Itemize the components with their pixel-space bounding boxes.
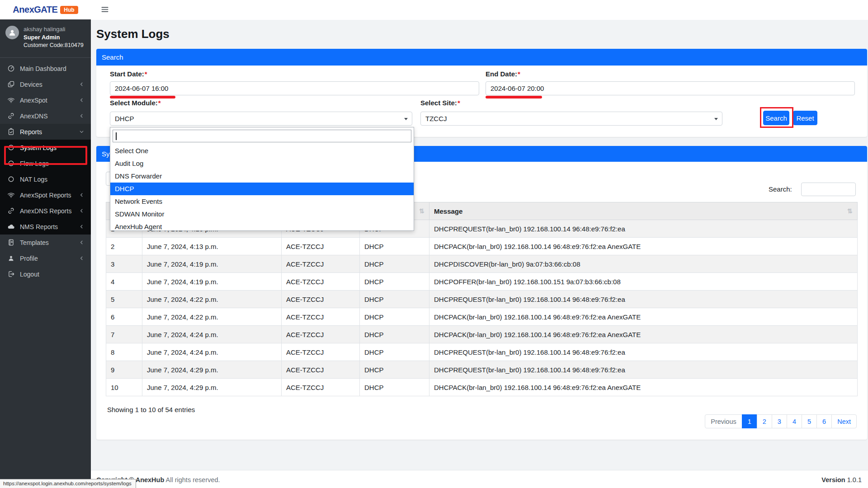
end-date-input[interactable] bbox=[486, 81, 855, 95]
table-search-label: Search: bbox=[769, 185, 792, 193]
chevron-left-icon bbox=[79, 208, 85, 214]
wifi-icon bbox=[7, 96, 15, 104]
select-module-label: Select Module:* bbox=[110, 99, 161, 107]
sidebar-item-profile[interactable]: Profile bbox=[0, 250, 91, 266]
dropdown-option-network-events[interactable]: Network Events bbox=[110, 195, 414, 208]
sidebar-item-label: Reports bbox=[20, 128, 42, 136]
sidebar-item-label: AnexDNS Reports bbox=[20, 207, 71, 215]
sidebar-item-anexspot-reports[interactable]: AnexSpot Reports bbox=[0, 187, 91, 203]
sidebar-item-label: Devices bbox=[20, 81, 42, 88]
pagination-page-2[interactable]: 2 bbox=[757, 414, 772, 428]
avatar bbox=[5, 26, 19, 39]
user-name: akshay halingali bbox=[24, 26, 84, 33]
sidebar-item-anexspot[interactable]: AnexSpot bbox=[0, 92, 91, 108]
topbar bbox=[91, 0, 868, 20]
app-window: AnexGATE Hub akshay halingali Super Admi… bbox=[0, 0, 868, 488]
devices-icon bbox=[7, 80, 15, 88]
sidebar-item-nms-reports[interactable]: NMS Reports bbox=[0, 219, 91, 235]
sidebar-menu: Main Dashboard Devices AnexSpot AnexDNS … bbox=[0, 57, 91, 282]
sidebar-item-label: Profile bbox=[20, 255, 38, 262]
logs-table: #⇅ Time⇅ Site⇅ Module⇅ Message⇅ 1June 7,… bbox=[106, 202, 858, 396]
sidebar-item-label: NAT Logs bbox=[20, 176, 47, 183]
dropdown-option-dns-forwarder[interactable]: DNS Forwarder bbox=[110, 170, 414, 183]
sidebar-item-label: AnexSpot bbox=[20, 97, 47, 104]
annotation-underline-start-date bbox=[110, 96, 175, 99]
chevron-left-icon bbox=[79, 81, 85, 87]
sidebar-item-main-dashboard[interactable]: Main Dashboard bbox=[0, 61, 91, 76]
table-row: 10June 7, 2024, 4:29 p.m.ACE-TZCCJDHCPDH… bbox=[106, 379, 858, 396]
sidebar-item-logout[interactable]: Logout bbox=[0, 266, 91, 282]
dropdown-option-dhcp[interactable]: DHCP bbox=[110, 183, 414, 195]
annotation-underline-end-date bbox=[486, 96, 542, 99]
search-panel-header: Search bbox=[96, 49, 867, 66]
sidebar-item-anexdns-reports[interactable]: AnexDNS Reports bbox=[0, 203, 91, 219]
dropdown-option-anexhub-agent[interactable]: AnexHub Agent bbox=[110, 221, 414, 231]
dropdown-option-audit-log[interactable]: Audit Log bbox=[110, 157, 414, 170]
sidebar-item-label: Logout bbox=[20, 271, 39, 278]
dashboard-icon bbox=[7, 65, 15, 72]
pagination-page-5[interactable]: 5 bbox=[802, 414, 817, 428]
sidebar-item-reports[interactable]: Reports bbox=[0, 124, 91, 140]
dropdown-option-select-one[interactable]: Select One bbox=[110, 145, 414, 157]
footer-version: Version 1.0.1 bbox=[821, 476, 862, 483]
wifi-icon bbox=[7, 191, 15, 199]
chevron-left-icon bbox=[79, 192, 85, 198]
end-date-label: End Date:* bbox=[486, 70, 520, 78]
table-row: 5June 7, 2024, 4:22 p.m.ACE-TZCCJDHCPDHC… bbox=[106, 291, 858, 308]
sort-icon[interactable]: ⇅ bbox=[419, 207, 425, 215]
text-cursor bbox=[116, 132, 117, 140]
person-icon bbox=[7, 254, 15, 262]
brand-badge: Hub bbox=[60, 6, 78, 14]
cloud-icon bbox=[7, 223, 15, 230]
sidebar-item-label: Templates bbox=[20, 239, 49, 246]
start-date-label: Start Date:* bbox=[110, 70, 147, 78]
col-header-message[interactable]: Message⇅ bbox=[429, 202, 858, 220]
table-summary: Showing 1 to 10 of 54 entries bbox=[107, 406, 195, 413]
pagination-page-1[interactable]: 1 bbox=[742, 414, 757, 428]
table-row: 9June 7, 2024, 4:29 p.m.ACE-TZCCJDHCPDHC… bbox=[106, 361, 858, 379]
pagination-page-6[interactable]: 6 bbox=[816, 414, 832, 428]
user-customer-code: Customer Code:810479 bbox=[24, 42, 84, 48]
pagination-page-4[interactable]: 4 bbox=[787, 414, 802, 428]
sidebar-item-system-logs[interactable]: System Logs bbox=[0, 140, 91, 155]
table-row: 3June 7, 2024, 4:19 p.m.ACE-TZCCJDHCPDHC… bbox=[106, 255, 858, 273]
pagination: Previous 1 2 3 4 5 6 Next bbox=[705, 414, 857, 428]
circle-icon bbox=[7, 144, 15, 151]
chevron-left-icon bbox=[79, 113, 85, 119]
table-row: 7June 7, 2024, 4:24 p.m.ACE-TZCCJDHCPDHC… bbox=[106, 326, 858, 343]
chevron-left-icon bbox=[79, 97, 85, 103]
brand-name: AnexGATE bbox=[13, 5, 57, 15]
select-site-label: Select Site:* bbox=[420, 99, 460, 107]
logout-icon bbox=[7, 270, 15, 278]
pagination-next[interactable]: Next bbox=[831, 414, 857, 428]
page-title: System Logs bbox=[96, 27, 170, 41]
sidebar-item-flow-logs[interactable]: Flow Logs bbox=[0, 155, 91, 171]
site-select[interactable]: TZCCJ bbox=[420, 112, 722, 126]
sidebar-item-label: AnexDNS bbox=[20, 113, 47, 120]
search-button[interactable]: Search bbox=[763, 111, 789, 125]
sidebar-item-label: Flow Logs bbox=[20, 160, 49, 167]
reset-button[interactable]: Reset bbox=[793, 111, 817, 125]
pagination-previous[interactable]: Previous bbox=[705, 414, 742, 428]
sort-icon[interactable]: ⇅ bbox=[847, 207, 853, 215]
sidebar-item-nat-logs[interactable]: NAT Logs bbox=[0, 171, 91, 187]
sidebar-item-anexdns[interactable]: AnexDNS bbox=[0, 108, 91, 124]
brand-logo[interactable]: AnexGATE Hub bbox=[0, 0, 91, 19]
user-role: Super Admin bbox=[24, 34, 84, 41]
chevron-left-icon bbox=[79, 239, 85, 245]
table-row: 6June 7, 2024, 4:22 p.m.ACE-TZCCJDHCPDHC… bbox=[106, 308, 858, 326]
start-date-input[interactable] bbox=[110, 81, 479, 95]
dropdown-option-sdwan-monitor[interactable]: SDWAN Monitor bbox=[110, 208, 414, 221]
link-icon bbox=[7, 112, 15, 120]
table-row: 4June 7, 2024, 4:19 p.m.ACE-TZCCJDHCPDHC… bbox=[106, 273, 858, 291]
sidebar-item-devices[interactable]: Devices bbox=[0, 76, 91, 92]
table-row: 2June 7, 2024, 4:13 p.m.ACE-TZCCJDHCPDHC… bbox=[106, 238, 858, 255]
menu-toggle-icon[interactable] bbox=[100, 5, 109, 14]
dropdown-search-input[interactable] bbox=[113, 130, 411, 142]
sidebar-item-templates[interactable]: Templates bbox=[0, 235, 91, 250]
table-search-input[interactable] bbox=[801, 183, 856, 196]
user-block: akshay halingali Super Admin Customer Co… bbox=[0, 19, 91, 54]
module-select[interactable]: DHCP bbox=[110, 112, 412, 126]
pagination-page-3[interactable]: 3 bbox=[772, 414, 787, 428]
sidebar: AnexGATE Hub akshay halingali Super Admi… bbox=[0, 0, 91, 488]
